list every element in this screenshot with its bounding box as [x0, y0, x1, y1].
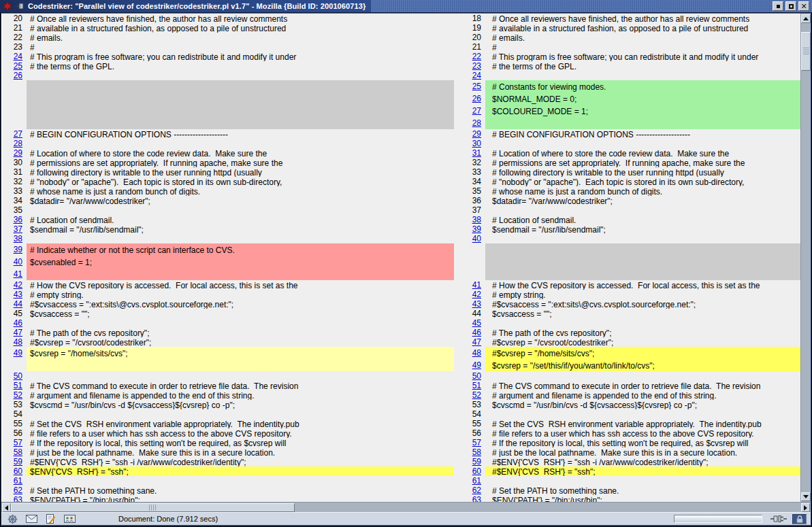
code-text: # How the CVS repository is accessed. Fo… [30, 281, 298, 290]
line-number-link[interactable]: 43 [472, 299, 481, 309]
line-number-link[interactable]: 38 [472, 215, 481, 224]
line-number-link[interactable]: 43 [14, 290, 22, 299]
diff-row: 60$ENV{'CVS_RSH'} = "ssh";60#$ENV{'CVS_R… [2, 466, 800, 476]
line-number-link[interactable]: 51 [14, 381, 22, 390]
line-number-link[interactable]: 50 [472, 371, 481, 381]
line-number-link[interactable]: 45 [472, 318, 481, 328]
diff-row: 58# just be the local pathname. Make sur… [2, 447, 800, 457]
line-number-cell: 56 [2, 428, 27, 438]
scroll-left-button[interactable] [2, 503, 11, 512]
line-number-link[interactable]: 28 [14, 139, 22, 148]
horizontal-scrollbar-thumb[interactable] [11, 503, 295, 512]
code-text: # emails. [30, 33, 63, 42]
line-number-link[interactable]: 60 [14, 466, 22, 476]
line-number-link[interactable]: 42 [14, 280, 22, 290]
line-number-link[interactable]: 24 [14, 52, 22, 61]
line-number-link[interactable]: 40 [14, 257, 22, 267]
line-number-link[interactable]: 63 [14, 495, 22, 502]
line-number-link[interactable]: 38 [14, 234, 22, 243]
diff-row: 23#21# [2, 42, 800, 52]
code-text: $cvsrep = "/home/sits/cvs"; [30, 349, 128, 358]
window-pin-icon[interactable] [14, 1, 25, 12]
line-number-link[interactable]: 51 [472, 381, 481, 390]
line-number-link[interactable]: 25 [14, 61, 22, 71]
code-text-cell [27, 205, 454, 215]
line-number-link[interactable]: 41 [472, 280, 481, 290]
line-number-link[interactable]: 57 [472, 438, 481, 447]
line-number-link[interactable]: 31 [472, 148, 481, 158]
line-number-cell: 18 [454, 14, 485, 23]
line-number-link[interactable]: 61 [472, 476, 481, 486]
line-number-link[interactable]: 25 [472, 82, 481, 91]
line-number-link[interactable]: 36 [14, 215, 22, 224]
line-number-link[interactable]: 62 [14, 486, 22, 495]
code-text: #$ENV{'CVS_RSH'} = "ssh -i /var/www/code… [492, 458, 709, 466]
line-number-link[interactable]: 26 [472, 94, 481, 103]
vertical-scrollbar-thumb[interactable] [801, 32, 811, 71]
line-number-link[interactable]: 22 [472, 52, 481, 61]
scroll-right-button[interactable] [801, 503, 810, 512]
code-text-cell: # available in a structured fashion, as … [27, 23, 454, 33]
line-number-link[interactable]: 46 [472, 328, 481, 337]
online-plug-icon[interactable] [770, 515, 787, 523]
security-lock-icon[interactable] [792, 514, 807, 524]
line-number-link[interactable]: 26 [14, 71, 22, 80]
line-number-link[interactable]: 46 [14, 318, 22, 328]
thumb-grip [803, 48, 809, 55]
code-text-cell [485, 139, 800, 148]
scroll-up-button[interactable] [801, 14, 811, 23]
line-number-link[interactable]: 63 [472, 495, 481, 502]
code-text-cell [27, 71, 454, 80]
horizontal-scrollbar[interactable] [1, 502, 811, 512]
line-number-link[interactable]: 28 [472, 118, 481, 128]
statusbar-right [674, 514, 811, 524]
minimize-button[interactable] [773, 1, 783, 11]
line-number-link[interactable]: 62 [472, 486, 481, 495]
line-number-link[interactable]: 47 [14, 328, 22, 337]
vertical-scrollbar[interactable] [800, 14, 811, 502]
line-number-link[interactable]: 40 [472, 234, 481, 243]
page-content: 20# Once all reviewers have finished, th… [1, 13, 811, 502]
code-text-cell: # Indicate whether or not the script can… [27, 243, 454, 256]
line-number-link[interactable]: 57 [14, 438, 22, 447]
scroll-down-button[interactable] [801, 492, 811, 501]
line-number-link[interactable]: 29 [14, 148, 22, 158]
navigator-icon[interactable] [6, 513, 19, 524]
line-number-link[interactable]: 52 [14, 390, 22, 400]
line-number-link[interactable]: 48 [14, 337, 22, 347]
line-number-link[interactable]: 41 [14, 269, 22, 279]
line-number-link[interactable]: 30 [472, 139, 481, 148]
line-number-link[interactable]: 27 [472, 106, 481, 116]
line-number-link[interactable]: 27 [14, 129, 22, 139]
line-number-link[interactable]: 24 [472, 71, 481, 80]
mail-icon[interactable] [25, 513, 38, 524]
line-number-link[interactable]: 52 [472, 390, 481, 400]
line-number-link[interactable]: 23 [472, 61, 481, 71]
close-icon: ✕ [800, 3, 807, 10]
line-number-link[interactable]: 49 [14, 348, 22, 358]
address-book-icon[interactable] [63, 513, 76, 524]
composer-icon[interactable] [44, 513, 57, 524]
line-number-link[interactable]: 58 [472, 447, 481, 457]
line-number-link[interactable]: 47 [472, 337, 481, 347]
line-number-link[interactable]: 50 [14, 371, 22, 381]
line-number-link[interactable]: 29 [472, 129, 481, 139]
line-number-link[interactable]: 59 [472, 457, 481, 466]
line-number-link[interactable]: 44 [14, 299, 22, 309]
line-number-link[interactable]: 37 [14, 224, 22, 234]
code-text: # BEGIN CONFIGURATION OPTIONS ----------… [492, 130, 690, 139]
maximize-button[interactable] [785, 1, 796, 11]
line-number-link[interactable]: 39 [14, 245, 22, 254]
line-number-link[interactable]: 60 [472, 466, 481, 476]
line-number-link[interactable]: 42 [472, 290, 481, 299]
code-text: # Set the CVS_RSH environment variable a… [492, 420, 762, 428]
line-number-cell: 48 [2, 337, 27, 347]
diff-row: 21# available in a structured fashion, a… [2, 23, 800, 33]
line-number-link[interactable]: 48 [472, 348, 481, 358]
close-button[interactable]: ✕ [798, 1, 809, 11]
line-number-link[interactable]: 39 [472, 224, 481, 234]
line-number-link[interactable]: 58 [14, 447, 22, 457]
line-number-link[interactable]: 59 [14, 457, 22, 466]
line-number-link[interactable]: 49 [472, 360, 481, 370]
line-number-link[interactable]: 61 [14, 476, 22, 486]
